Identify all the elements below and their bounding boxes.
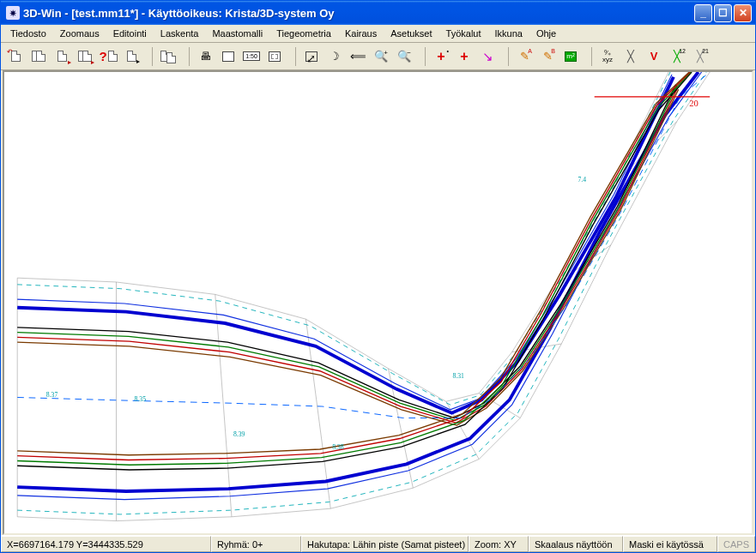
open-multi-file-icon[interactable]: [27, 45, 50, 68]
measure-b-icon[interactable]: ✎B: [536, 45, 559, 68]
tool-generic-icon[interactable]: [217, 45, 239, 68]
copy-icon[interactable]: [157, 45, 179, 68]
status-group: Ryhmä: 0+: [211, 536, 301, 552]
menu-maastomalli[interactable]: Maastomalli: [206, 27, 269, 40]
app-icon: ✷: [6, 6, 20, 20]
menubar: Tiedosto Zoomaus Editointi Laskenta Maas…: [1, 25, 755, 43]
menu-editointi[interactable]: Editointi: [107, 27, 153, 40]
status-caps: CAPS: [717, 536, 755, 552]
zoom-out-icon[interactable]: 🔍−: [393, 45, 415, 68]
svg-line-2: [215, 294, 232, 516]
svg-text:8.35: 8.35: [135, 395, 147, 403]
status-scale: Skaalaus näyttöön: [529, 536, 623, 552]
open-file-icon[interactable]: ↶: [4, 45, 27, 68]
menu-laskenta[interactable]: Laskenta: [154, 27, 205, 40]
print-icon[interactable]: 🖶: [194, 45, 216, 68]
svg-text:8.38: 8.38: [332, 443, 344, 451]
window-controls: _ ☐ ✕: [694, 4, 752, 22]
svg-text:8.37: 8.37: [46, 391, 58, 399]
grid-x21-icon[interactable]: ╳21: [689, 45, 711, 68]
minimize-button[interactable]: _: [694, 4, 712, 22]
grid-x-green-icon[interactable]: ╳12: [666, 45, 688, 68]
menu-asetukset[interactable]: Asetukset: [384, 27, 438, 40]
annotation-20: 20: [689, 99, 699, 108]
menu-zoomaus[interactable]: Zoomaus: [54, 27, 106, 40]
status-zoom: Zoom: XY: [469, 536, 529, 552]
xyz-icon[interactable]: ⁰⁄₊xyz: [596, 45, 619, 68]
status-coords: X=6697164.179 Y=3444335.529: [1, 536, 211, 552]
toolbar: ↶ ▸ ▸ ? ▸ 🖶 1:50 ⤢ ☽ ⟸ 🔍+ 🔍− +• + ↘ ✎A ✎…: [1, 43, 755, 70]
window-titlebar: ✷ 3D-Win - [test.mm11*] - Käyttöoikeus: …: [1, 1, 755, 25]
view-file-icon[interactable]: ▸: [120, 45, 142, 68]
close-button[interactable]: ✕: [734, 4, 752, 22]
menu-kairaus[interactable]: Kairaus: [339, 27, 383, 40]
status-mask: Maski ei käytössä: [623, 536, 717, 552]
add-multi-file-icon[interactable]: ▸: [74, 45, 96, 68]
window-title: 3D-Win - [test.mm11*] - Käyttöoikeus: Kr…: [23, 7, 694, 20]
zoom-in-icon[interactable]: 🔍+: [370, 45, 392, 68]
tool-generic-2-icon[interactable]: [263, 45, 286, 68]
svg-text:7.4: 7.4: [578, 176, 586, 183]
grid-x-icon[interactable]: ╳: [620, 45, 642, 68]
svg-text:8.39: 8.39: [233, 430, 245, 438]
add-point-red-q-icon[interactable]: +: [453, 45, 475, 68]
menu-ikkuna[interactable]: Ikkuna: [489, 27, 529, 40]
menu-tiedosto[interactable]: Tiedosto: [4, 27, 52, 40]
statusbar: X=6697164.179 Y=3444335.529 Ryhmä: 0+ Ha…: [1, 535, 755, 552]
point-magenta-icon[interactable]: ↘: [476, 45, 499, 68]
help-file-icon[interactable]: ?: [97, 45, 119, 68]
zoom-extents-icon[interactable]: ⤢: [300, 45, 323, 68]
maximize-button[interactable]: ☐: [714, 4, 732, 22]
add-point-red-icon[interactable]: +•: [430, 45, 452, 68]
zoom-prev-icon[interactable]: ⟸: [347, 45, 369, 68]
svg-text:8.31: 8.31: [452, 372, 464, 380]
grid-v-red-icon[interactable]: V: [643, 45, 665, 68]
road-corridor: [17, 72, 710, 521]
measure-a-icon[interactable]: ✎A: [513, 45, 535, 68]
menu-tiegeometria[interactable]: Tiegeometria: [270, 27, 337, 40]
menu-tyokalut[interactable]: Työkalut: [440, 27, 487, 40]
add-file-icon[interactable]: ▸: [51, 45, 73, 68]
drawing-canvas[interactable]: 8.37 8.35 8.39 8.38 8.31 7.4 20: [3, 70, 753, 535]
scale-150-icon[interactable]: 1:50: [240, 45, 263, 68]
area-green-icon[interactable]: m²: [559, 45, 582, 68]
zoom-window-icon[interactable]: ☽: [324, 45, 346, 68]
menu-ohje[interactable]: Ohje: [530, 27, 562, 40]
drawing-svg: 8.37 8.35 8.39 8.38 8.31 7.4 20: [4, 72, 752, 533]
status-search: Hakutapa: Lähin piste (Samat pisteet): [301, 536, 469, 552]
